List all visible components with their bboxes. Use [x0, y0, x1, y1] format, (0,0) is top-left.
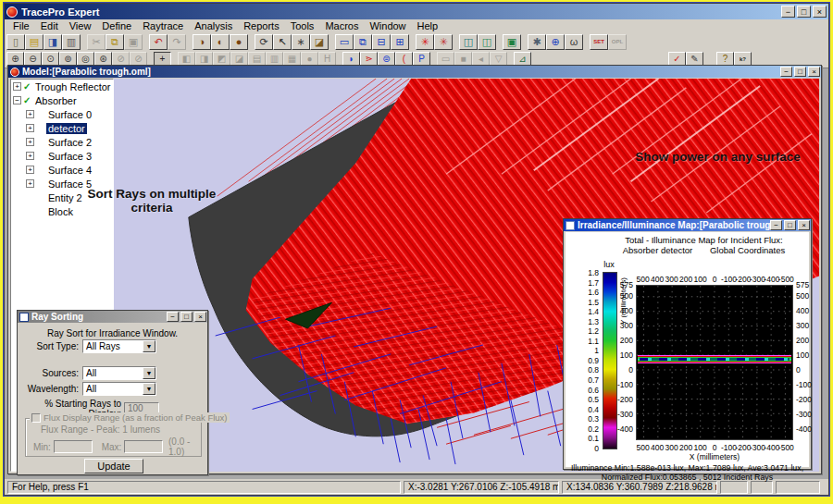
tree-expander-icon[interactable]: −	[13, 96, 21, 104]
menu-item[interactable]: Macros	[320, 20, 363, 31]
menu-item[interactable]: Window	[365, 20, 410, 31]
wavelength-dropdown[interactable]: All ▼	[82, 382, 156, 396]
analysis-options-button[interactable]: ▣	[503, 34, 521, 50]
new-window-button[interactable]: ▭	[335, 34, 354, 50]
tree-expander-icon[interactable]: +	[26, 179, 34, 188]
maximize-button[interactable]: □	[180, 312, 193, 322]
menu-item[interactable]: View	[65, 20, 96, 31]
tree-item-label[interactable]: Trough Reflector 2	[33, 81, 114, 92]
irradiance-map-title: Irradiance/Illuminance Map:[Parabolic tr…	[578, 220, 770, 230]
open-file-button[interactable]: ▤	[25, 34, 44, 50]
flux-range-checkbox[interactable]	[31, 413, 41, 423]
tree-expander-icon[interactable]: +	[26, 138, 34, 146]
max-field[interactable]	[124, 440, 163, 453]
opl-button[interactable]: OPL	[608, 34, 627, 50]
menu-item[interactable]: Reports	[239, 20, 284, 31]
menu-item[interactable]: File	[8, 20, 34, 31]
check-mark-icon: ✓	[23, 81, 33, 92]
tree-item[interactable]: + Surface 4	[11, 163, 113, 177]
x-tick: 500	[637, 443, 650, 452]
chevron-down-icon[interactable]: ▼	[143, 367, 155, 379]
minimize-button[interactable]: −	[770, 220, 782, 230]
min-label: Min:	[33, 442, 51, 452]
close-button[interactable]: ×	[798, 220, 810, 230]
tile-horizontal-button[interactable]: ⊟	[372, 34, 391, 50]
select-pointer-button[interactable]: ↖	[273, 34, 292, 50]
min-field[interactable]	[54, 440, 93, 453]
tree-item[interactable]: + Surface 0	[11, 107, 113, 121]
tree-item-label[interactable]: Block	[46, 206, 75, 217]
tree-item[interactable]: + Surface 3	[11, 149, 113, 163]
close-button[interactable]: ×	[194, 312, 206, 322]
tree-item[interactable]: − ✓ Absorber	[11, 93, 113, 107]
tile-vertical-button[interactable]: ⊞	[391, 34, 409, 50]
tree-item[interactable]: + Surface 2	[11, 135, 113, 149]
chevron-down-icon[interactable]: ▼	[143, 340, 155, 352]
irradiance-map-titlebar[interactable]: Irradiance/Illuminance Map:[Parabolic tr…	[564, 219, 811, 231]
tree-item-label[interactable]: Surface 0	[46, 109, 93, 120]
tree-item-label[interactable]: detector	[46, 123, 87, 134]
x-axis-label: X (millimeters)	[636, 452, 793, 461]
menu-item[interactable]: Analysis	[190, 20, 237, 31]
ray-sphere-button[interactable]: ●	[230, 34, 248, 50]
save-button[interactable]: ◨	[44, 34, 62, 50]
maximize-button[interactable]: □	[784, 220, 796, 230]
ray-color-button[interactable]: ◐	[211, 34, 230, 50]
cascade-windows-button[interactable]: ⧉	[354, 34, 372, 50]
tree-expander-icon[interactable]: +	[26, 124, 34, 132]
menu-item[interactable]: Tools	[286, 20, 319, 31]
new-file-button[interactable]: ▯	[6, 34, 25, 50]
tree-expander-icon[interactable]: +	[26, 152, 34, 160]
raytrace-options-button[interactable]: ✳	[434, 34, 453, 50]
undo-button[interactable]: ↶	[149, 34, 168, 50]
omega-button[interactable]: ω	[565, 34, 583, 50]
rotate-view-button[interactable]: ⟳	[255, 34, 273, 50]
map-title-line2: Absorber detector Global Coordinates	[603, 245, 805, 255]
close-button[interactable]: ×	[808, 67, 820, 77]
minimize-button[interactable]: −	[167, 312, 179, 322]
maximize-button[interactable]: □	[794, 67, 806, 77]
copy-button[interactable]: ⧉	[106, 34, 124, 50]
raytrace-button[interactable]: ✳	[416, 34, 434, 50]
minimize-button[interactable]: −	[781, 6, 795, 18]
y-tick: 400	[620, 306, 633, 315]
sources-dropdown[interactable]: All ▼	[82, 366, 156, 380]
display-options-button[interactable]: ◫	[478, 34, 496, 50]
display-rays-button[interactable]: ◫	[459, 34, 478, 50]
tree-item[interactable]: + detector	[11, 121, 113, 135]
tree-item-label[interactable]: Absorber	[33, 95, 79, 106]
cut-button[interactable]: ✂	[87, 34, 106, 50]
simulate-button[interactable]: ✱	[528, 34, 546, 50]
map-title-line1: Total - Illuminance Map for Incident Flu…	[603, 235, 805, 245]
tree-expander-icon[interactable]: +	[26, 110, 34, 118]
ray-sorting-titlebar[interactable]: Ray Sorting − □ ×	[18, 311, 207, 323]
x-tick: 300	[665, 443, 678, 452]
sort-type-dropdown[interactable]: All Rays ▼	[82, 339, 156, 353]
tree-expander-icon[interactable]: +	[26, 166, 34, 174]
chevron-down-icon[interactable]: ▼	[143, 383, 155, 395]
x-tick: 200	[679, 275, 692, 284]
tree-item[interactable]: + ✓ Trough Reflector 2	[11, 80, 113, 93]
restore-button[interactable]: □	[797, 6, 811, 18]
tree-item-label[interactable]: Surface 3	[46, 151, 93, 162]
menu-item[interactable]: Define	[97, 20, 136, 31]
menu-item[interactable]: Help	[413, 20, 443, 31]
tree-expander-icon[interactable]: +	[13, 82, 21, 91]
tree-item-label[interactable]: Surface 4	[46, 165, 93, 176]
colorbar-tick: 0.9	[573, 356, 601, 365]
menu-item[interactable]: Raytrace	[138, 20, 188, 31]
ortho-view-button[interactable]: ◪	[310, 34, 329, 50]
update-button[interactable]: Update	[84, 459, 143, 473]
ray-appearance-button[interactable]: ◑	[193, 34, 211, 50]
vertex-pick-button[interactable]: ∗	[292, 34, 310, 50]
set-button[interactable]: SET	[590, 34, 608, 50]
paste-button[interactable]: ▣	[124, 34, 143, 50]
target-button[interactable]: ⊕	[546, 34, 565, 50]
menu-item[interactable]: Edit	[36, 20, 63, 31]
redo-button[interactable]: ↷	[168, 34, 186, 50]
model-window-titlebar[interactable]: Model:[Parabolic trough.oml] − □ ×	[8, 66, 821, 78]
close-button[interactable]: ×	[813, 6, 827, 18]
minimize-button[interactable]: −	[780, 67, 792, 77]
print-button[interactable]: ▥	[62, 34, 81, 50]
tree-item-label[interactable]: Surface 2	[46, 137, 93, 148]
